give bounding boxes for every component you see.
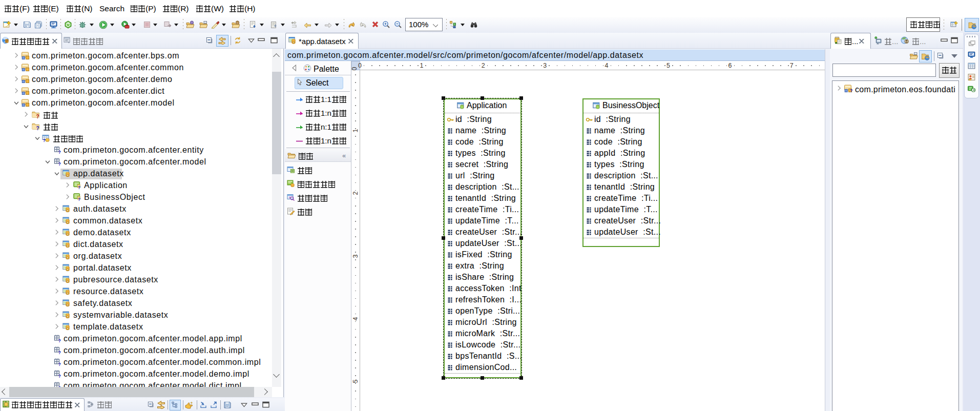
svg-text:?: ? <box>58 362 61 366</box>
svg-text:?: ? <box>36 114 39 119</box>
svg-text:?: ? <box>850 88 852 93</box>
svg-text:?: ? <box>58 161 61 166</box>
svg-text:?: ? <box>58 338 61 343</box>
svg-text:?: ? <box>78 197 80 201</box>
svg-text:?: ? <box>78 185 80 190</box>
svg-text:?: ? <box>58 350 61 355</box>
svg-text:?: ? <box>58 374 61 378</box>
svg-text:?: ? <box>58 150 61 154</box>
svg-text:?: ? <box>43 138 46 142</box>
svg-text:?: ? <box>36 126 39 131</box>
